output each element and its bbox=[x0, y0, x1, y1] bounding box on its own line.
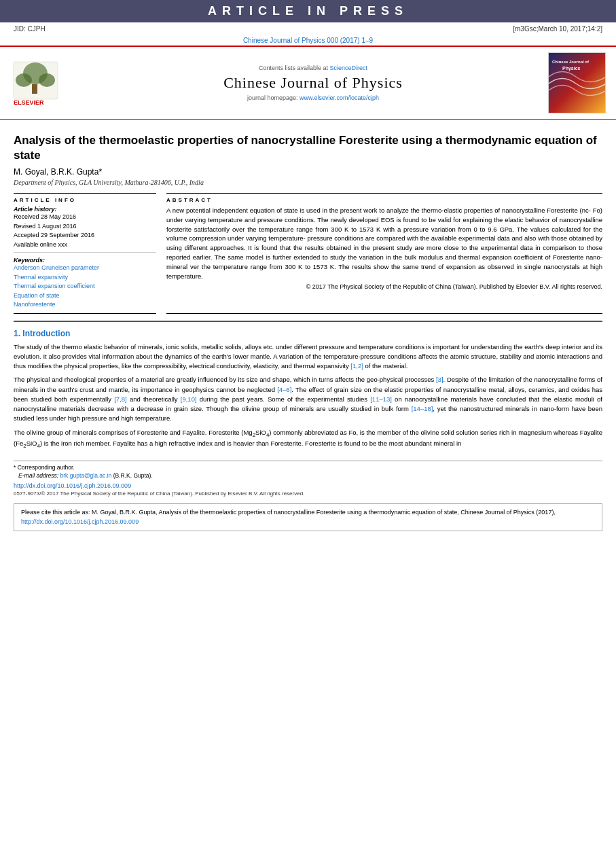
received-date: Received 28 May 2016 bbox=[14, 213, 156, 222]
abstract-copyright: © 2017 The Physical Society of the Repub… bbox=[166, 283, 602, 290]
svg-text:ELSEVIER: ELSEVIER bbox=[14, 99, 44, 106]
footnote-section: * Corresponding author. E-mail address: … bbox=[14, 461, 602, 497]
keyword-3[interactable]: Thermal expansion coefficient bbox=[14, 282, 156, 291]
affiliation: Department of Physics, GLA University, M… bbox=[14, 179, 602, 186]
article-in-press-banner: ARTICLE IN PRESS bbox=[0, 0, 616, 22]
info-divider bbox=[14, 252, 156, 253]
abstract-heading: ABSTRACT bbox=[166, 197, 602, 203]
article-info-abstract: ARTICLE INFO Article history: Received 2… bbox=[14, 193, 602, 314]
homepage-line: journal homepage: www.elsevier.com/locat… bbox=[85, 94, 541, 101]
available-online: Available online xxx bbox=[14, 240, 156, 250]
svg-point-3 bbox=[39, 73, 55, 87]
intro-paragraph-3: The olivine group of minerals comprises … bbox=[14, 428, 602, 451]
svg-text:Physics: Physics bbox=[562, 66, 581, 71]
email-note: E-mail address: brk.gupta@gla.ac.in (B.R… bbox=[14, 472, 602, 480]
journal-cover: Chinese Journal of Physics bbox=[548, 52, 606, 113]
journal-citation-link[interactable]: Chinese Journal of Physics 000 (2017) 1–… bbox=[243, 37, 373, 44]
journal-citation-line: Chinese Journal of Physics 000 (2017) 1–… bbox=[0, 35, 616, 46]
ref-14-18[interactable]: [14–18] bbox=[412, 405, 433, 412]
svg-text:Chinese Journal of: Chinese Journal of bbox=[552, 60, 590, 64]
ref-4-6[interactable]: [4–6] bbox=[277, 386, 291, 393]
abstract-text: A new potential independent equation of … bbox=[166, 206, 602, 281]
journal-title: Chinese Journal of Physics bbox=[85, 74, 541, 92]
paper-title: Analysis of the thermoelastic properties… bbox=[14, 133, 602, 163]
authors-line: M. Goyal, B.R.K. Gupta* bbox=[14, 167, 602, 177]
ref-label: [m3Gsc;March 10, 2017;14:2] bbox=[513, 25, 602, 33]
section-separator bbox=[14, 321, 602, 322]
corresponding-author-note: * Corresponding author. bbox=[14, 464, 602, 472]
ref-7-8[interactable]: [7,8] bbox=[114, 395, 127, 403]
copyright-bottom: 0577-9073/© 2017 The Physical Society of… bbox=[14, 490, 602, 497]
svg-rect-4 bbox=[32, 84, 37, 94]
cite-doi-link[interactable]: http://dx.doi.org/10.1016/j.cjph.2016.09… bbox=[21, 518, 139, 525]
doi-link[interactable]: http://dx.doi.org/10.1016/j.cjph.2016.09… bbox=[14, 482, 602, 489]
sciencedirect-link[interactable]: ScienceDirect bbox=[330, 65, 368, 71]
ref-11-13[interactable]: [11–13] bbox=[370, 395, 392, 403]
article-info-heading: ARTICLE INFO bbox=[14, 197, 156, 203]
keyword-5[interactable]: Nanoforesterite bbox=[14, 300, 156, 310]
journal-title-block: Contents lists available at ScienceDirec… bbox=[85, 65, 541, 101]
cite-text: Please cite this article as: M. Goyal, B… bbox=[21, 509, 556, 516]
journal-header: ELSEVIER Contents lists available at Sci… bbox=[0, 46, 616, 120]
article-info-column: ARTICLE INFO Article history: Received 2… bbox=[14, 193, 156, 314]
jid-label: JID: CJPH bbox=[14, 25, 46, 33]
keywords-label: Keywords: bbox=[14, 257, 156, 264]
accepted-date: Accepted 29 September 2016 bbox=[14, 231, 156, 240]
ref-9-10[interactable]: [9,10] bbox=[181, 395, 197, 403]
abstract-column: ABSTRACT A new potential independent equ… bbox=[166, 193, 602, 314]
ref-3[interactable]: [3] bbox=[436, 376, 443, 383]
email-link[interactable]: brk.gupta@gla.ac.in bbox=[60, 472, 112, 479]
intro-paragraph-1: The study of the thermo elastic behavior… bbox=[14, 342, 602, 372]
ref-1-2[interactable]: [1,2] bbox=[350, 362, 363, 370]
history-label: Article history: bbox=[14, 206, 156, 213]
keyword-1[interactable]: Anderson Gruneisen parameter bbox=[14, 264, 156, 273]
cite-box: Please cite this article as: M. Goyal, B… bbox=[14, 503, 602, 531]
keyword-4[interactable]: Equation of state bbox=[14, 291, 156, 301]
keyword-2[interactable]: Thermal expansivity bbox=[14, 273, 156, 283]
svg-point-2 bbox=[16, 73, 32, 87]
revised-date: Revised 1 August 2016 bbox=[14, 222, 156, 232]
intro-heading: 1. Introduction bbox=[14, 329, 602, 338]
contents-available-line: Contents lists available at ScienceDirec… bbox=[85, 65, 541, 71]
elsevier-logo: ELSEVIER bbox=[10, 58, 78, 107]
top-bar: JID: CJPH [m3Gsc;March 10, 2017;14:2] bbox=[0, 22, 616, 35]
homepage-link[interactable]: www.elsevier.com/locate/cjph bbox=[300, 94, 379, 101]
intro-paragraph-2: The physical and rheological properties … bbox=[14, 375, 602, 423]
main-content: Analysis of the thermoelastic properties… bbox=[0, 120, 616, 538]
